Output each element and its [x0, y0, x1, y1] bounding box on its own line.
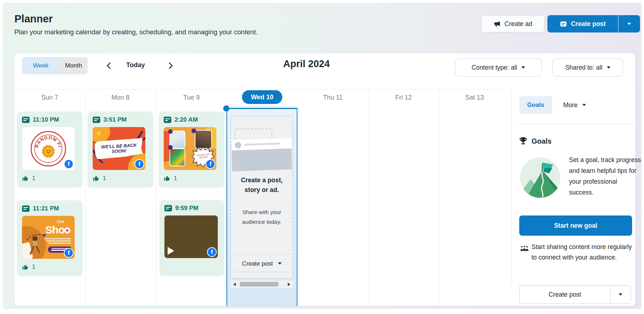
selected-day-left-border — [226, 108, 227, 306]
selected-day-right-border — [297, 108, 297, 306]
like-count: 1 — [32, 175, 35, 182]
chevron-down-icon — [521, 66, 525, 69]
scroll-left-icon[interactable] — [233, 283, 236, 286]
chevron-down-icon — [627, 23, 631, 25]
content-type-filter-label: Content type: all — [472, 64, 517, 71]
today-button[interactable]: Today — [126, 61, 145, 69]
goals-illustration — [520, 157, 560, 198]
day-header-fri[interactable]: Fri 12 — [368, 91, 439, 104]
create-post-dropdown-button[interactable] — [618, 15, 640, 32]
scrollbar-thumb[interactable] — [240, 282, 278, 287]
post-time: 3:51 PM — [103, 116, 127, 123]
post-icon — [560, 20, 567, 28]
day-header-divider — [14, 89, 511, 90]
thumbs-up-icon — [93, 175, 100, 182]
start-new-goal-button[interactable]: Start new goal — [519, 215, 632, 236]
image-banner: WE'LL BE BACK SOON! — [94, 138, 144, 160]
horizontal-scrollbar[interactable] — [230, 280, 293, 288]
post-time: 11:21 PM — [33, 205, 59, 212]
next-week-button[interactable] — [166, 61, 175, 70]
post-time: 11:10 PM — [33, 116, 59, 123]
placeholder-title: Create a post, story or ad. — [234, 175, 290, 195]
page-title: Planner — [14, 13, 53, 25]
chevron-down-icon — [582, 104, 586, 106]
sidebar-create-post-dropdown[interactable] — [610, 285, 631, 304]
day-header-sat[interactable]: Sat 13 — [439, 91, 510, 104]
post-card-tue-220am[interactable]: 2:20 AM Choose your favorite! f 1 — [159, 112, 224, 188]
like-count: 1 — [174, 175, 177, 182]
skeleton-text-line — [244, 143, 280, 145]
day-header-tue[interactable]: Tue 9 — [156, 91, 227, 104]
image-text: WE'LL BE BACK SOON! — [94, 143, 143, 155]
divider — [233, 254, 290, 255]
post-thumbnail-online-shop: Onli Sho f — [22, 216, 75, 259]
shared-to-filter[interactable]: Shared to: all — [552, 58, 623, 77]
prev-week-button[interactable] — [104, 61, 113, 70]
like-count: 1 — [32, 264, 35, 270]
placeholder-create-post-button[interactable]: Create post — [231, 255, 292, 272]
divider — [519, 124, 633, 124]
sidebar-create-post-button[interactable]: Create post — [520, 285, 610, 304]
placeholder-create-post-label: Create post — [242, 260, 273, 267]
column-divider — [439, 90, 440, 306]
post-card-sun-1110pm[interactable]: 11:10 PM RANDOM FINDS · · · · · · · · · … — [17, 112, 83, 188]
day-header-thu[interactable]: Thu 11 — [297, 91, 368, 104]
post-thumbnail-back-soon: WE'LL BE BACK SOON! f — [93, 127, 145, 170]
post-type-icon — [164, 205, 172, 211]
month-title: April 2024 — [216, 58, 397, 70]
post-type-icon — [22, 205, 30, 212]
megaphone-icon — [493, 20, 501, 28]
column-divider — [368, 90, 369, 306]
more-dropdown[interactable]: More — [563, 96, 586, 114]
more-label: More — [563, 101, 578, 109]
create-ad-label: Create ad — [504, 20, 532, 28]
skeleton-avatar — [235, 142, 242, 149]
create-content-placeholder[interactable]: Create a post, story or ad. Share with y… — [230, 115, 293, 279]
create-post-button[interactable]: Create post — [547, 15, 618, 32]
play-icon — [168, 247, 174, 255]
audience-icon — [520, 245, 529, 253]
tab-goals[interactable]: Goals — [519, 96, 552, 114]
page-subtitle: Plan your marketing calendar by creating… — [14, 28, 258, 36]
post-card-tue-959pm[interactable]: 9:59 PM f — [159, 200, 224, 276]
day-header-mon[interactable]: Mon 8 — [85, 91, 156, 104]
column-divider — [85, 90, 85, 306]
create-post-split-button: Create post — [547, 15, 640, 32]
image-text-small: Onli — [57, 219, 64, 224]
facebook-badge-icon: f — [206, 159, 215, 169]
facebook-badge-icon: f — [207, 247, 217, 257]
planner-page: Planner Plan your marketing calendar by … — [0, 0, 644, 314]
chevron-down-icon — [607, 66, 610, 69]
scroll-right-icon[interactable] — [288, 283, 290, 286]
selected-day-top-border — [226, 108, 297, 109]
post-card-sun-1121pm[interactable]: 11:21 PM Onli Sho — [17, 200, 83, 276]
view-toggle-week[interactable]: Week — [22, 57, 59, 74]
column-divider — [156, 90, 156, 306]
goals-heading-label: Goals — [531, 137, 552, 145]
post-type-icon — [93, 117, 100, 123]
facebook-badge-icon: f — [64, 159, 74, 169]
chevron-left-icon — [106, 62, 111, 69]
placeholder-subtitle: Share with your audience today. — [236, 207, 287, 227]
post-time: 9:59 PM — [175, 205, 198, 212]
post-type-icon — [22, 117, 30, 123]
day-header-sun[interactable]: Sun 7 — [14, 91, 85, 104]
day-header-wed-selected[interactable]: Wed 10 — [242, 90, 282, 104]
sidebar-create-post-split-button: Create post — [519, 285, 631, 304]
shared-to-filter-label: Shared to: all — [565, 64, 602, 71]
thumbs-up-icon — [22, 175, 29, 182]
view-toggle: Week Month — [22, 57, 88, 74]
chevron-down-icon — [619, 293, 622, 296]
start-new-goal-label: Start new goal — [554, 222, 597, 230]
post-type-icon — [164, 117, 171, 123]
post-card-mon-351pm[interactable]: 3:51 PM WE'LL BE BACK SOON! f 1 — [88, 112, 153, 188]
chevron-down-icon — [278, 262, 282, 265]
create-ad-button[interactable]: Create ad — [481, 15, 544, 32]
content-type-filter[interactable]: Content type: all — [455, 58, 542, 77]
runner-illustration — [22, 226, 51, 259]
post-thumbnail-random-finds-logo: RANDOM FINDS · · · · · · · · · · · · · ·… — [22, 127, 75, 170]
facebook-badge-icon: f — [134, 159, 144, 169]
chevron-right-icon — [168, 62, 173, 69]
view-toggle-month[interactable]: Month — [59, 57, 88, 74]
like-count: 1 — [103, 175, 106, 182]
